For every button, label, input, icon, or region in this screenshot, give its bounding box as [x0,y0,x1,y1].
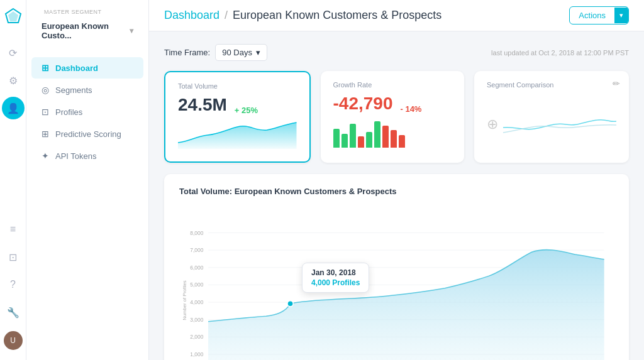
toolbar-row: Time Frame: 90 Days ▾ last updated at Oc… [164,44,629,61]
chart-tooltip-dot [287,301,293,307]
page-header: Dashboard / European Known Customers & P… [149,0,644,31]
svg-text:5,000: 5,000 [190,282,203,288]
sidebar-item-predictive-scoring[interactable]: ⊞ Predictive Scoring [31,123,143,145]
kpi-growth-rate: Growth Rate -42,790 - 14% [321,71,465,163]
user-avatar[interactable]: U [4,331,23,350]
breadcrumb: Dashboard / European Known Customers & P… [164,9,441,22]
page-content: Time Frame: 90 Days ▾ last updated at Oc… [149,31,644,360]
timeframe-button[interactable]: 90 Days ▾ [215,44,267,61]
dashboard-icon: ⊞ [42,63,49,73]
breadcrumb-current: European Known Customers & Prospects [233,9,441,22]
timeframe-label: Time Frame: [164,48,210,57]
total-volume-change: + 25% [235,106,258,115]
master-segment-selector[interactable]: European Known Custo... ▾ [34,18,141,49]
master-segment-value: European Known Custo... [42,21,130,40]
rail-connections-icon[interactable]: ⟳ [2,41,25,64]
svg-text:1,000: 1,000 [190,351,203,357]
master-segment-label: MASTER SEGMENT [34,9,141,18]
main-chart-title: Total Volume: European Known Customers &… [179,187,614,196]
svg-text:6,000: 6,000 [190,265,203,271]
svg-text:2,000: 2,000 [190,334,203,340]
actions-dropdown-arrow[interactable]: ▾ [614,8,628,23]
rail-layers-icon[interactable]: ≡ [2,218,25,241]
total-volume-sparkline [178,117,297,151]
chart-area [208,250,604,360]
breadcrumb-separator: / [225,9,228,22]
rail-profile-icon[interactable]: ⊡ [2,246,25,268]
svg-text:8,000: 8,000 [190,230,203,236]
growth-rate-change: - 14% [400,104,421,114]
sidebar-item-profiles[interactable]: ⊡ Profiles [31,101,143,123]
svg-text:7,000: 7,000 [190,247,203,253]
master-segment-chevron-icon: ▾ [130,26,133,35]
svg-text:4,000: 4,000 [190,299,203,305]
segment-comparison-content: ⊕ [487,96,616,153]
svg-text:Number of Profiles: Number of Profiles [182,280,187,320]
total-volume-value: 24.5M [178,95,227,115]
total-volume-title: Total Volume [178,82,297,90]
svg-marker-1 [8,11,18,21]
rail-settings-icon[interactable]: ⚙ [2,69,25,92]
sidebar-nav: ⊞ Dashboard ◎ Segments ⊡ Profiles ⊞ Pred… [26,57,148,167]
actions-button-label: Actions [570,7,614,24]
total-volume-value-row: 24.5M + 25% [178,95,297,115]
sidebar-item-api-tokens[interactable]: ✦ API Tokens [31,145,143,166]
growth-rate-barchart [333,116,452,148]
edit-icon[interactable]: ✏ [613,79,620,89]
actions-button[interactable]: Actions ▾ [569,6,629,25]
svg-text:3,000: 3,000 [190,317,203,323]
growth-rate-value-row: -42,790 - 14% [333,94,452,114]
sidebar-item-dashboard[interactable]: ⊞ Dashboard [31,57,143,79]
app-logo [4,8,22,28]
last-updated-text: last updated at Oct 2, 2018 at 12:00 PM … [491,49,629,57]
kpi-total-volume: Total Volume 24.5M + 25% [164,71,311,163]
growth-rate-value: -42,790 [333,94,393,114]
main-content: Dashboard / European Known Customers & P… [149,0,644,360]
kpi-row: Total Volume 24.5M + 25% [164,71,629,163]
kpi-segment-comparison: Segment Comparison ✏ ⊕ [474,71,629,163]
predictive-scoring-icon: ⊞ [42,129,49,139]
segment-comparison-title: Segment Comparison [487,81,616,89]
rail-help-icon[interactable]: ? [2,273,25,296]
sidebar-item-segments[interactable]: ◎ Segments [31,79,143,101]
timeframe-selector: Time Frame: 90 Days ▾ [164,44,267,61]
timeframe-value: 90 Days [222,48,252,57]
zoom-icon: ⊕ [487,116,498,133]
timeframe-chevron-icon: ▾ [256,48,260,57]
icon-rail: ⟳ ⚙ 👤 ≡ ⊡ ? 🔧 U [0,0,26,360]
sidebar: MASTER SEGMENT European Known Custo... ▾… [26,0,149,360]
breadcrumb-dashboard-link[interactable]: Dashboard [164,9,219,22]
profiles-icon: ⊡ [42,107,49,117]
growth-rate-title: Growth Rate [333,81,452,89]
rail-wrench-icon[interactable]: 🔧 [2,301,25,324]
main-chart-svg: 8,000 7,000 6,000 5,000 4,000 3,000 2,00… [179,206,614,360]
segments-icon: ◎ [42,85,49,95]
chart-container: 8,000 7,000 6,000 5,000 4,000 3,000 2,00… [179,206,614,360]
rail-people-icon[interactable]: 👤 [2,97,25,119]
api-tokens-icon: ✦ [42,151,49,161]
main-chart-card: Total Volume: European Known Customers &… [164,174,629,360]
